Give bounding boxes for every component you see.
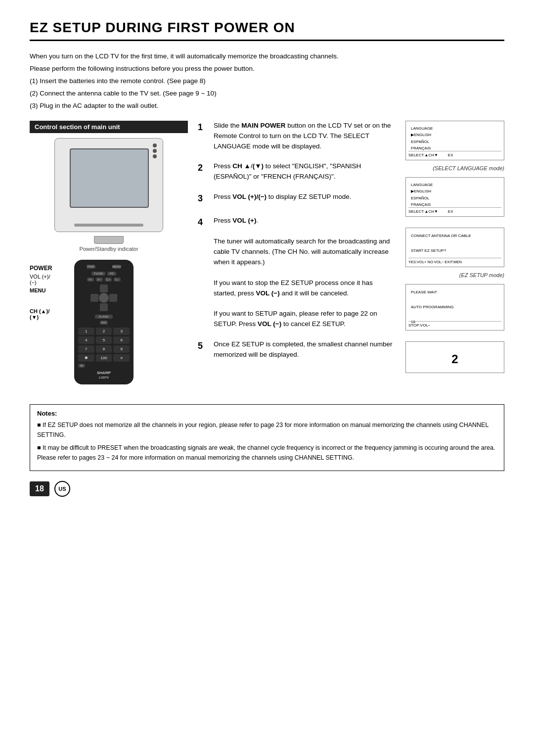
tv-buttons	[153, 143, 157, 158]
page-number: 18	[30, 481, 49, 496]
step-3: 3 Press VOL (+)/(−) to display EZ SETUP …	[198, 192, 396, 206]
screen5-content: 2	[411, 350, 499, 369]
menu-button[interactable]: MENU	[112, 265, 121, 269]
screen-language2: LANGUAGE▶ENGLISHESPAÑOLFRANÇAIS SELECT:▲…	[405, 177, 504, 217]
vol-down-btn[interactable]: V−	[96, 278, 103, 282]
screen1-label: (SELECT LANGUAGE mode)	[405, 165, 504, 171]
screen2-content: LANGUAGE▶ENGLISHESPAÑOLFRANÇAIS	[411, 182, 499, 208]
num-star[interactable]: ✱	[78, 354, 94, 362]
remote-top-buttons: PWR MENU	[78, 265, 130, 269]
dpad-left[interactable]	[90, 294, 98, 302]
num-7[interactable]: 7	[78, 345, 94, 353]
step-4-num: 4	[198, 216, 209, 330]
intro-sub1: (1) Insert the batteries into the remote…	[30, 76, 504, 87]
dpad-right[interactable]	[109, 294, 117, 302]
dpad-up[interactable]	[100, 284, 108, 292]
step-3-text: Press VOL (+)/(−) to display EZ SETUP mo…	[214, 192, 396, 206]
num-4[interactable]: 4	[78, 336, 94, 344]
notes-header: Notes:	[37, 410, 497, 417]
remote-numpad: 1 2 3 4 5 6 7 8 9 ✱ 100 #	[78, 328, 130, 362]
screen-ez-setup: CONNECT ANTENNA OR CABLE START EZ SETUP?…	[405, 228, 504, 267]
sharp-logo: SHARPLCDTV	[78, 371, 130, 379]
step-3-num: 3	[198, 192, 209, 206]
intro-sub2: (2) Connect the antenna cable to the TV …	[30, 88, 504, 99]
ps-btn[interactable]: PS	[107, 272, 116, 276]
screen4-content: PLEASE WAIT AUTO PROGRAMMING 18	[411, 288, 499, 326]
intro-bullet1: Please perform the following instruction…	[30, 63, 504, 75]
notes-section: Notes: ■ If EZ SETUP does not memorize a…	[30, 404, 504, 471]
intro-section: When you turn on the LCD TV for the firs…	[30, 51, 504, 112]
ch-label: CH (▲)/	[30, 308, 74, 314]
page-footer: 18 US	[30, 481, 504, 497]
power-label: POWER	[30, 265, 74, 272]
step-2-num: 2	[198, 161, 209, 182]
remote-control: PWR MENU TV/VID PS V+ V− C+ C−	[74, 260, 134, 384]
tv-screen	[70, 148, 149, 208]
num-2[interactable]: 2	[96, 328, 112, 335]
tv-btn2	[153, 149, 157, 153]
step-1-num: 1	[198, 121, 209, 152]
screen-auto-programming: PLEASE WAIT AUTO PROGRAMMING 18 STOP:VOL…	[405, 284, 504, 331]
ch-down-label: (▼)	[30, 314, 74, 320]
note-2: ■ It may be difficult to PRESET when the…	[37, 443, 497, 463]
num-1[interactable]: 1	[78, 328, 94, 335]
menu-label: MENU	[30, 287, 74, 293]
screen3-label: (EZ SETUP mode)	[405, 272, 504, 278]
power-button[interactable]: PWR	[87, 265, 95, 269]
flashback-btn[interactable]: FLASH	[95, 315, 113, 319]
left-column: Control section of main unit Power/Stand…	[30, 121, 188, 392]
vol-label: VOL (+)/ (−)	[30, 274, 74, 285]
tv-label: Power/Standby indicator	[30, 246, 188, 252]
dpad-down[interactable]	[100, 303, 108, 311]
num-8[interactable]: 8	[96, 345, 112, 353]
page-title: EZ SETUP DURING FIRST POWER ON	[30, 20, 504, 41]
step-5-num: 5	[198, 339, 209, 360]
num-3[interactable]: 3	[113, 328, 130, 335]
step-2: 2 Press CH ▲/(▼) to select "ENGLISH", "S…	[198, 161, 396, 182]
screen4-bottom: STOP:VOL−	[408, 321, 501, 328]
step-5-text: Once EZ SETUP is completed, the smallest…	[214, 339, 396, 360]
step-1-text: Slide the MAIN POWER button on the LCD T…	[214, 121, 396, 152]
ch-down-btn[interactable]: C−	[114, 278, 121, 282]
screen3-content: CONNECT ANTENNA OR CABLE START EZ SETUP?	[411, 232, 499, 255]
intro-sub3: (3) Plug in the AC adapter to the wall o…	[30, 100, 504, 112]
tv-video-btn[interactable]: TV/VID	[91, 272, 105, 276]
step-2-text: Press CH ▲/(▼) to select "ENGLISH", "SPA…	[214, 161, 396, 182]
num-hash[interactable]: #	[113, 354, 130, 362]
right-screens: LANGUAGE▶ENGLISHESPAÑOLFRANÇAIS SELECT:▲…	[405, 121, 504, 392]
dpad-center[interactable]	[99, 293, 109, 303]
note-1: ■ If EZ SETUP does not memorize all the …	[37, 420, 497, 440]
display-btn[interactable]: DIS	[100, 321, 108, 325]
step-1: 1 Slide the MAIN POWER button on the LCD…	[198, 121, 396, 152]
screen3-bottom: YES:VOL+ NO:VOL− EXIT:MEN	[408, 258, 501, 264]
screen-select-language: LANGUAGE▶ENGLISHESPAÑOLFRANÇAIS SELECT:▲…	[405, 121, 504, 160]
tv-foot	[94, 236, 124, 244]
num-9[interactable]: 9	[113, 345, 130, 353]
tv-bottom-bar	[74, 224, 143, 227]
remote-diagram: POWER VOL (+)/ (−) MENU CH (▲)/ (▼) PWR …	[30, 260, 188, 384]
mute-icon[interactable]: M	[78, 364, 85, 368]
step-4: 4 Press VOL (+). The tuner will automati…	[198, 216, 396, 330]
intro-bullet0: When you turn on the LCD TV for the firs…	[30, 51, 504, 62]
vol-up-btn[interactable]: V+	[87, 278, 94, 282]
tv-illustration	[54, 138, 163, 232]
num-6[interactable]: 6	[113, 336, 130, 344]
num-5[interactable]: 5	[96, 336, 112, 344]
step-4-text: Press VOL (+). The tuner will automatica…	[214, 216, 396, 330]
us-label: US	[54, 481, 70, 497]
screen-final: 2	[405, 341, 504, 373]
screen2-bottom: SELECT:▲CH▼ EX	[408, 207, 501, 214]
step-5: 5 Once EZ SETUP is completed, the smalle…	[198, 339, 396, 360]
screen1-content: LANGUAGE▶ENGLISHESPAÑOLFRANÇAIS	[411, 125, 499, 152]
tv-btn1	[153, 143, 157, 147]
steps-column: 1 Slide the MAIN POWER button on the LCD…	[198, 121, 396, 392]
num-100[interactable]: 100	[96, 354, 112, 362]
remote-dpad	[90, 284, 117, 311]
control-section-header: Control section of main unit	[30, 121, 188, 133]
ch-up-btn[interactable]: C+	[105, 278, 112, 282]
screen1-bottom: SELECT:▲CH▼ EX	[408, 151, 501, 157]
tv-btn3	[153, 154, 157, 158]
